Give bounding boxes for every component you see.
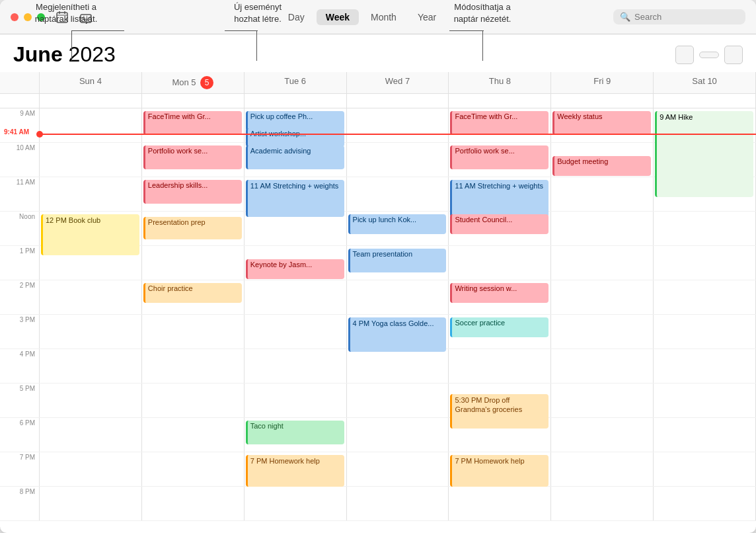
event-e1[interactable]: FaceTime with Gr...: [143, 111, 242, 135]
all-day-wed[interactable]: [347, 94, 449, 108]
calendar-list-icon[interactable]: [53, 8, 71, 26]
all-day-thu[interactable]: [449, 94, 551, 108]
minimize-button[interactable]: [24, 13, 32, 21]
time-cell-7-3[interactable]: [347, 349, 449, 383]
time-cell-9-0[interactable]: [40, 418, 142, 452]
tab-day[interactable]: Day: [279, 9, 314, 25]
time-cell-10-0[interactable]: [40, 452, 142, 486]
time-cell-8-3[interactable]: [347, 384, 449, 417]
time-cell-9-3[interactable]: [347, 418, 449, 452]
time-cell-6-0[interactable]: [40, 315, 142, 348]
time-cell-4-5[interactable]: [551, 246, 654, 280]
time-cell-8-0[interactable]: [40, 384, 142, 417]
event-e23[interactable]: Taco night: [246, 421, 344, 444]
time-cell-8-2[interactable]: [245, 384, 347, 417]
event-e22[interactable]: Soccer practice: [450, 317, 548, 337]
event-e8[interactable]: Portfolio work se...: [450, 145, 548, 169]
event-e11[interactable]: 11 AM Stretching + weights: [246, 180, 344, 217]
time-cell-6-5[interactable]: [551, 315, 654, 348]
tab-week[interactable]: Week: [317, 9, 359, 25]
time-cell-5-5[interactable]: [551, 280, 654, 314]
time-cell-2-5[interactable]: [551, 177, 654, 211]
event-e4[interactable]: Weekly status: [552, 111, 651, 135]
all-day-fri[interactable]: [551, 94, 654, 108]
today-button[interactable]: [699, 52, 719, 58]
event-e3[interactable]: FaceTime with Gr...: [450, 111, 548, 135]
time-cell-11-2[interactable]: [245, 487, 347, 520]
event-e25[interactable]: 7 PM Homework help: [246, 455, 344, 487]
time-cell-1-0[interactable]: [40, 143, 142, 177]
time-cell-11-3[interactable]: [347, 487, 449, 520]
time-cell-11-1[interactable]: [142, 487, 245, 520]
event-e13[interactable]: 12 PM Book club: [41, 214, 139, 255]
time-cell-9-6[interactable]: [654, 418, 756, 452]
inbox-icon[interactable]: [77, 8, 95, 26]
time-cell-2-0[interactable]: [40, 177, 142, 211]
time-cell-7-4[interactable]: [449, 349, 551, 383]
all-day-mon[interactable]: [142, 94, 245, 108]
next-button[interactable]: [724, 46, 743, 64]
event-e10[interactable]: Leadership skills...: [143, 180, 242, 204]
time-cell-5-0[interactable]: [40, 280, 142, 314]
time-cell-6-6[interactable]: [654, 315, 756, 348]
event-e6[interactable]: Portfolio work se...: [143, 145, 242, 169]
time-cell-9-1[interactable]: [142, 418, 245, 452]
time-grid[interactable]: 9 AM10 AM11 AMNoon1 PM2 PM3 PM4 PM5 PM6 …: [0, 108, 756, 533]
event-e14[interactable]: Presentation prep: [143, 217, 242, 239]
time-cell-5-2[interactable]: [245, 280, 347, 314]
time-cell-2-3[interactable]: [347, 177, 449, 211]
time-cell-8-5[interactable]: [551, 384, 654, 417]
time-cell-0-3[interactable]: [347, 108, 449, 142]
event-e16[interactable]: Student Council...: [450, 214, 548, 234]
event-e26[interactable]: 7 PM Homework help: [450, 455, 548, 487]
time-cell-4-4[interactable]: [449, 246, 551, 280]
maximize-button[interactable]: [37, 13, 45, 21]
time-cell-10-5[interactable]: [551, 452, 654, 486]
time-cell-11-5[interactable]: [551, 487, 654, 520]
all-day-sat[interactable]: [654, 94, 756, 108]
tab-month[interactable]: Month: [361, 9, 406, 25]
event-e15[interactable]: Pick up lunch Kok...: [348, 214, 447, 234]
time-cell-5-6[interactable]: [654, 280, 756, 314]
time-cell-11-6[interactable]: [654, 487, 756, 520]
search-input[interactable]: [634, 12, 734, 22]
time-cell-7-0[interactable]: [40, 349, 142, 383]
time-cell-9-5[interactable]: [551, 418, 654, 452]
event-e17[interactable]: Team presentation: [348, 249, 447, 272]
tab-year[interactable]: Year: [408, 9, 445, 25]
event-e9[interactable]: Budget meeting: [552, 156, 651, 176]
time-cell-10-3[interactable]: [347, 452, 449, 486]
time-cell-11-4[interactable]: [449, 487, 551, 520]
time-cell-4-6[interactable]: [654, 246, 756, 280]
event-e7[interactable]: Academic advising: [246, 145, 344, 169]
time-cell-3-5[interactable]: [551, 212, 654, 245]
time-cell-1-3[interactable]: [347, 143, 449, 177]
time-cell-7-2[interactable]: [245, 349, 347, 383]
time-cell-10-6[interactable]: [654, 452, 756, 486]
time-cell-6-2[interactable]: [245, 315, 347, 348]
event-e20[interactable]: Writing session w...: [450, 283, 548, 303]
event-e24[interactable]: 5:30 PM Drop off Grandma's groceries: [450, 394, 548, 429]
time-cell-7-1[interactable]: [142, 349, 245, 383]
all-day-sun[interactable]: [40, 94, 142, 108]
event-e12[interactable]: 11 AM Stretching + weights: [450, 180, 548, 217]
time-cell-10-1[interactable]: [142, 452, 245, 486]
time-cell-8-6[interactable]: [654, 384, 756, 417]
event-e19[interactable]: Choir practice: [143, 283, 242, 303]
time-cell-6-1[interactable]: [142, 315, 245, 348]
event-e5[interactable]: Artist workshop...: [246, 128, 344, 147]
search-box[interactable]: 🔍: [613, 9, 745, 24]
close-button[interactable]: [11, 13, 19, 21]
all-day-tue[interactable]: [245, 94, 347, 108]
event-e21[interactable]: 4 PM Yoga class Golde...: [348, 317, 447, 352]
event-e27[interactable]: 9 AM Hike: [655, 111, 753, 197]
time-cell-8-1[interactable]: [142, 384, 245, 417]
time-cell-4-1[interactable]: [142, 246, 245, 280]
time-cell-0-0[interactable]: [40, 108, 142, 142]
time-cell-11-0[interactable]: [40, 487, 142, 520]
event-e18[interactable]: Keynote by Jasm...: [246, 259, 344, 279]
time-cell-7-6[interactable]: [654, 349, 756, 383]
prev-button[interactable]: [675, 46, 694, 64]
time-cell-7-5[interactable]: [551, 349, 654, 383]
time-cell-3-6[interactable]: [654, 212, 756, 245]
